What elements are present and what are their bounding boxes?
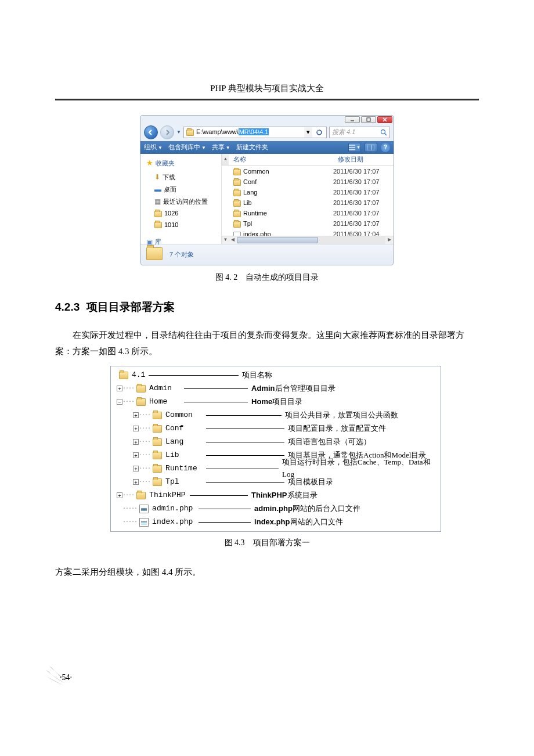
recent-icon: ▦ — [154, 196, 161, 207]
sidebar-folder-1026[interactable]: 1026 — [146, 208, 221, 219]
preview-button[interactable] — [365, 143, 377, 152]
expand-icon[interactable]: + — [133, 479, 139, 485]
search-input[interactable]: 搜索 4.1 — [329, 127, 390, 138]
tree-desc: ThinkPHP系统目录 — [248, 489, 435, 502]
php-file-icon — [233, 232, 241, 236]
star-icon: ★ — [146, 157, 153, 170]
file-name: Lang — [243, 188, 257, 198]
file-row[interactable]: Runtime2011/6/30 17:07 — [222, 208, 394, 219]
sidebar-recent[interactable]: ▦最近访问的位置 — [146, 196, 221, 208]
paragraph-4-2-3: 在实际开发过程中，目录结构往往由于项目的复杂而变得复杂。这里向大家推荐两套标准的… — [55, 327, 479, 360]
tree-desc: 项目名称 — [239, 369, 435, 381]
refresh-icon[interactable] — [315, 129, 324, 136]
tree-label: index.php — [152, 516, 199, 528]
column-date[interactable]: 修改日期 — [333, 154, 394, 165]
share-menu[interactable]: 共享▼ — [212, 142, 230, 153]
file-name: Runtime — [243, 208, 267, 219]
tree-label: Home — [149, 396, 184, 408]
file-row[interactable]: Tpl2011/6/30 17:07 — [222, 219, 394, 229]
folder-icon — [153, 478, 162, 486]
folder-icon — [153, 412, 162, 419]
tree-desc: admin.php网站的后台入口文件 — [251, 503, 435, 515]
tree-row: +····Common项目公共目录，放置项目公共函数 — [117, 409, 435, 422]
explorer-window: ▼ E:\wamp\www\MR\04\4.1 ▾ 搜索 4.1 组织 — [140, 115, 394, 265]
sidebar-folder-1010[interactable]: 1010 — [146, 219, 221, 231]
tree-row: ····· admin.php admin.php网站的后台入口文件 — [117, 502, 435, 516]
file-row[interactable]: Conf2011/6/30 17:07 — [222, 177, 394, 188]
file-name: Tpl — [243, 219, 252, 229]
tree-label: Lib — [165, 449, 206, 462]
back-button[interactable] — [144, 125, 158, 139]
section-number: 4.2.3 — [55, 301, 80, 313]
file-header: ▲ 名称 修改日期 — [222, 154, 394, 165]
minimize-button[interactable] — [345, 116, 360, 123]
svg-point-4 — [381, 130, 385, 134]
file-name: index.php — [243, 229, 271, 236]
expand-icon[interactable]: + — [133, 426, 139, 431]
view-button[interactable]: ▼ — [348, 143, 361, 152]
horizontal-scrollbar[interactable]: ▼ ◀ ▶ — [222, 236, 394, 244]
column-name[interactable]: 名称 — [229, 154, 333, 165]
section-title: 项目目录部署方案 — [86, 301, 175, 313]
tree-row: −···· Home Home项目目录 — [117, 395, 435, 409]
expand-icon[interactable]: + — [133, 412, 139, 418]
svg-line-5 — [385, 134, 387, 135]
folder-icon — [119, 372, 128, 379]
scroll-down-button[interactable]: ▼ — [222, 236, 229, 244]
sidebar-favorites[interactable]: ★ 收藏夹 — [146, 157, 221, 170]
tree-desc: index.php网站的入口文件 — [251, 516, 435, 528]
scroll-left-button[interactable]: ◀ — [229, 236, 237, 244]
title-rule — [55, 99, 479, 100]
folder-icon — [186, 129, 194, 136]
maximize-button[interactable] — [361, 116, 376, 123]
sidebar-desktop[interactable]: ▬桌面 — [146, 183, 221, 196]
tree-row: +···· Admin Admin后台管理项目目录 — [117, 382, 435, 395]
close-button[interactable] — [377, 116, 392, 123]
collapse-icon[interactable]: − — [117, 399, 122, 405]
tree-desc: Admin后台管理项目目录 — [248, 383, 435, 395]
expand-icon[interactable]: + — [133, 466, 139, 471]
help-button[interactable]: ? — [381, 143, 390, 152]
file-row[interactable]: index.php2011/6/30 17:04 — [222, 229, 394, 236]
address-dropdown-icon[interactable]: ▾ — [304, 127, 312, 138]
organize-menu[interactable]: 组织▼ — [144, 142, 163, 153]
tree-desc: Home项目目录 — [248, 396, 435, 408]
file-row[interactable]: Common2011/6/30 17:07 — [222, 167, 394, 177]
file-row[interactable]: Lang2011/6/30 17:07 — [222, 188, 394, 198]
expand-icon[interactable]: + — [133, 439, 139, 445]
history-dropdown-icon[interactable]: ▼ — [176, 129, 181, 136]
scroll-track[interactable] — [237, 236, 385, 244]
scroll-up-button[interactable]: ▲ — [222, 154, 229, 165]
file-row[interactable]: Lib2011/6/30 17:07 — [222, 198, 394, 208]
status-text: 7 个对象 — [169, 250, 194, 260]
status-folder-icon — [146, 247, 164, 262]
sidebar-library[interactable]: ▣ 库 — [146, 237, 221, 248]
file-date: 2011/6/30 17:07 — [333, 177, 394, 188]
tree-desc: 项目模板目录 — [284, 476, 435, 488]
expand-icon[interactable]: + — [133, 452, 139, 458]
file-date: 2011/6/30 17:07 — [333, 198, 394, 208]
svg-rect-7 — [349, 147, 355, 148]
address-row: ▼ E:\wamp\www\MR\04\4.1 ▾ 搜索 4.1 — [140, 124, 394, 141]
address-bar[interactable]: E:\wamp\www\MR\04\4.1 ▾ — [183, 127, 327, 138]
folder-icon — [153, 452, 162, 459]
folder-icon — [153, 465, 162, 473]
scroll-thumb[interactable] — [237, 237, 318, 243]
file-date: 2011/6/30 17:07 — [333, 167, 394, 177]
scroll-right-button[interactable]: ▶ — [385, 236, 394, 244]
sidebar-download[interactable]: ⬇下载 — [146, 171, 221, 183]
expand-icon[interactable]: + — [117, 386, 122, 391]
folder-icon — [154, 222, 162, 228]
file-date: 2011/6/30 17:07 — [333, 219, 394, 229]
expand-icon[interactable]: + — [117, 492, 122, 498]
tree-row: +···· ThinkPHP ThinkPHP系统目录 — [117, 489, 435, 502]
include-menu[interactable]: 包含到库中▼ — [168, 142, 206, 153]
tree-desc: 项目公共目录，放置项目公共函数 — [282, 409, 435, 422]
caption-4-3: 图 4.3 项目部署方案一 — [55, 537, 479, 549]
section-heading-4-2-3: 4.2.3项目目录部署方案 — [55, 298, 479, 316]
tree-label: ThinkPHP — [149, 489, 190, 502]
folder-icon — [233, 179, 241, 186]
newfolder-button[interactable]: 新建文件夹 — [236, 142, 268, 153]
tree-label: Lang — [165, 436, 206, 448]
forward-button[interactable] — [160, 125, 174, 139]
